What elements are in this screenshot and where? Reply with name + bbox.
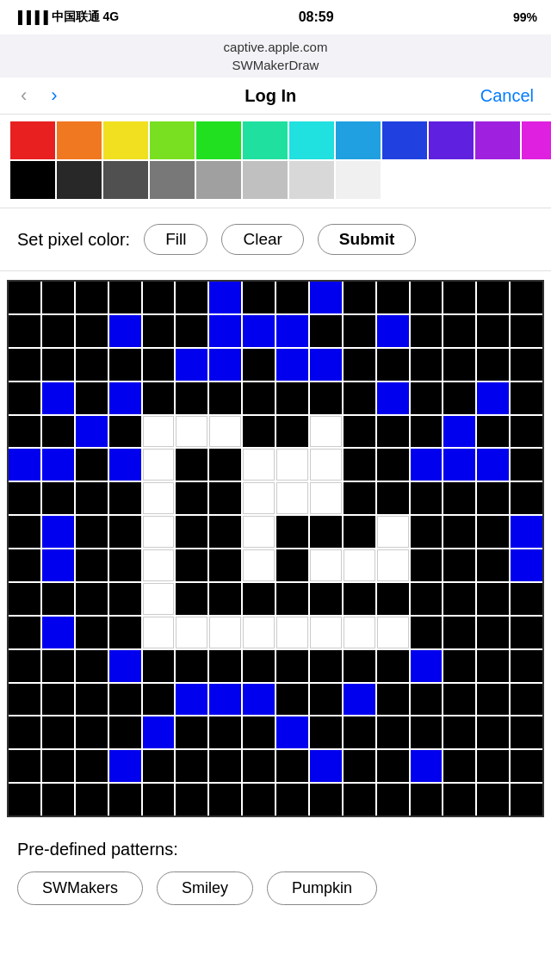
pixel-cell[interactable] xyxy=(176,315,207,347)
pixel-cell[interactable] xyxy=(76,716,108,748)
color-swatch[interactable] xyxy=(57,121,102,159)
pixel-cell[interactable] xyxy=(243,416,275,448)
pixel-cell[interactable] xyxy=(310,716,342,748)
pixel-cell[interactable] xyxy=(310,482,342,514)
pixel-cell[interactable] xyxy=(76,784,108,816)
pixel-cell[interactable] xyxy=(477,549,509,581)
pixel-cell[interactable] xyxy=(42,750,74,782)
pixel-cell[interactable] xyxy=(443,650,475,682)
color-swatch[interactable] xyxy=(243,161,288,199)
pixel-cell[interactable] xyxy=(344,482,375,514)
pixel-cell[interactable] xyxy=(477,349,509,381)
back-button[interactable]: ‹ xyxy=(17,84,30,107)
pixel-cell[interactable] xyxy=(243,617,275,648)
pixel-cell[interactable] xyxy=(276,382,308,414)
pixel-cell[interactable] xyxy=(276,516,308,548)
pixel-cell[interactable] xyxy=(209,784,241,816)
pixel-cell[interactable] xyxy=(411,482,443,514)
pixel-cell[interactable] xyxy=(9,482,40,514)
pixel-cell[interactable] xyxy=(209,716,241,748)
pixel-cell[interactable] xyxy=(276,416,308,448)
pixel-cell[interactable] xyxy=(377,315,409,347)
pixel-cell[interactable] xyxy=(411,449,443,481)
pixel-cell[interactable] xyxy=(310,382,342,414)
pixel-cell[interactable] xyxy=(377,750,409,782)
pixel-cell[interactable] xyxy=(209,282,241,313)
pixel-cell[interactable] xyxy=(411,315,443,347)
pixel-cell[interactable] xyxy=(176,382,207,414)
pixel-cell[interactable] xyxy=(42,583,74,615)
pixel-cell[interactable] xyxy=(276,349,308,381)
pixel-cell[interactable] xyxy=(9,516,40,548)
pixel-cell[interactable] xyxy=(109,382,141,414)
pixel-cell[interactable] xyxy=(344,382,375,414)
pixel-cell[interactable] xyxy=(477,716,509,748)
pixel-cell[interactable] xyxy=(143,349,175,381)
color-swatch[interactable] xyxy=(475,121,520,159)
pixel-cell[interactable] xyxy=(310,684,342,716)
pixel-cell[interactable] xyxy=(377,516,409,548)
pixel-cell[interactable] xyxy=(76,650,108,682)
pixel-cell[interactable] xyxy=(411,716,443,748)
pixel-cell[interactable] xyxy=(176,650,207,682)
fill-button[interactable]: Fill xyxy=(144,224,207,255)
pixel-cell[interactable] xyxy=(143,716,175,748)
pixel-cell[interactable] xyxy=(76,315,108,347)
pixel-cell[interactable] xyxy=(243,549,275,581)
pixel-cell[interactable] xyxy=(143,617,175,648)
pixel-cell[interactable] xyxy=(109,349,141,381)
pixel-cell[interactable] xyxy=(109,650,141,682)
pixel-cell[interactable] xyxy=(9,282,40,313)
pixel-cell[interactable] xyxy=(42,449,74,481)
pixel-cell[interactable] xyxy=(209,549,241,581)
pixel-cell[interactable] xyxy=(477,315,509,347)
pixel-cell[interactable] xyxy=(42,482,74,514)
pixel-cell[interactable] xyxy=(511,716,542,748)
color-swatch[interactable] xyxy=(150,121,195,159)
pixel-cell[interactable] xyxy=(42,684,74,716)
pixel-cell[interactable] xyxy=(209,315,241,347)
pixel-cell[interactable] xyxy=(443,750,475,782)
pixel-cell[interactable] xyxy=(276,282,308,313)
pixel-cell[interactable] xyxy=(344,684,375,716)
pixel-cell[interactable] xyxy=(377,382,409,414)
pixel-cell[interactable] xyxy=(276,750,308,782)
pixel-cell[interactable] xyxy=(511,449,542,481)
pixel-cell[interactable] xyxy=(176,716,207,748)
pixel-cell[interactable] xyxy=(310,784,342,816)
pixel-cell[interactable] xyxy=(176,617,207,648)
pixel-cell[interactable] xyxy=(176,583,207,615)
pixel-cell[interactable] xyxy=(411,583,443,615)
pixel-cell[interactable] xyxy=(377,684,409,716)
pixel-cell[interactable] xyxy=(42,349,74,381)
pixel-cell[interactable] xyxy=(143,684,175,716)
pixel-cell[interactable] xyxy=(9,750,40,782)
pixel-cell[interactable] xyxy=(109,716,141,748)
pixel-cell[interactable] xyxy=(143,482,175,514)
pixel-cell[interactable] xyxy=(377,617,409,648)
color-swatch[interactable] xyxy=(10,121,55,159)
pixel-cell[interactable] xyxy=(276,650,308,682)
pixel-cell[interactable] xyxy=(243,784,275,816)
pixel-cell[interactable] xyxy=(176,449,207,481)
pixel-cell[interactable] xyxy=(143,315,175,347)
pixel-cell[interactable] xyxy=(511,750,542,782)
pixel-cell[interactable] xyxy=(443,684,475,716)
pixel-cell[interactable] xyxy=(76,617,108,648)
color-swatch[interactable] xyxy=(150,161,195,199)
pixel-cell[interactable] xyxy=(377,349,409,381)
pixel-cell[interactable] xyxy=(443,617,475,648)
pixel-cell[interactable] xyxy=(377,282,409,313)
predefined-pattern-button[interactable]: Pumpkin xyxy=(267,871,377,905)
color-swatch[interactable] xyxy=(196,161,241,199)
pixel-cell[interactable] xyxy=(310,516,342,548)
pixel-cell[interactable] xyxy=(9,315,40,347)
pixel-cell[interactable] xyxy=(109,750,141,782)
pixel-cell[interactable] xyxy=(344,416,375,448)
pixel-cell[interactable] xyxy=(76,449,108,481)
pixel-cell[interactable] xyxy=(9,349,40,381)
pixel-cell[interactable] xyxy=(511,315,542,347)
pixel-cell[interactable] xyxy=(243,315,275,347)
pixel-cell[interactable] xyxy=(310,349,342,381)
pixel-cell[interactable] xyxy=(9,617,40,648)
